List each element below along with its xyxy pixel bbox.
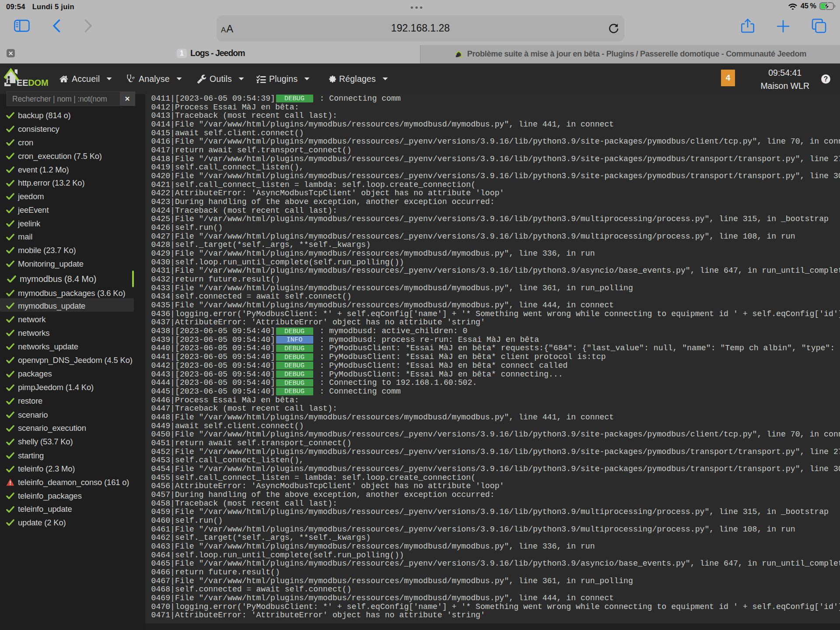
- svg-text:EEDOM: EEDOM: [17, 78, 48, 88]
